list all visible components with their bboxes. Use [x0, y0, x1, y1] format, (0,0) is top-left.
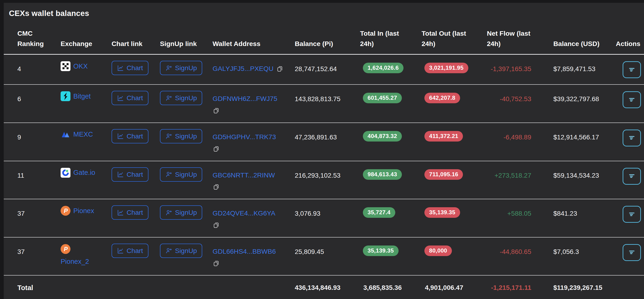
signup-link-button[interactable]: SignUp	[160, 129, 202, 143]
exchange-cell: P Pionex	[60, 206, 112, 216]
total-net-flow: -1,215,171.11	[487, 283, 550, 292]
chart-button-label: Chart	[126, 209, 143, 216]
person-plus-icon	[165, 64, 172, 72]
balance-pi-value: 143,828,813.75	[295, 94, 360, 103]
svg-text:P: P	[64, 246, 68, 252]
balance-usd-value: $39,322,797.68	[550, 94, 616, 103]
okx-logo-icon	[60, 61, 70, 71]
chart-icon	[117, 171, 124, 178]
chart-link-button[interactable]: Chart	[112, 244, 148, 258]
total-in-badge: 601,455.27	[363, 93, 402, 103]
exchange-cell: OKX	[60, 61, 112, 71]
cmc-ranking-value: 37	[18, 209, 60, 218]
exchange-link[interactable]: Pionex_2	[60, 258, 89, 266]
signup-link-button[interactable]: SignUp	[160, 91, 202, 105]
chart-button-label: Chart	[126, 171, 143, 178]
filter-icon	[628, 133, 636, 142]
exchange-link[interactable]: Gate.io	[73, 169, 95, 177]
actions-button[interactable]	[623, 61, 641, 78]
balance-usd-value: $7,859,471.53	[550, 64, 616, 73]
filter-icon	[628, 248, 636, 257]
total-in-badge: 35,727.4	[363, 207, 395, 218]
signup-button-label: SignUp	[175, 171, 197, 178]
copy-icon[interactable]	[212, 145, 295, 155]
filter-icon	[628, 65, 636, 74]
header-actions: Actions	[616, 38, 644, 49]
net-flow-value: +273,518.27	[487, 171, 550, 180]
signup-link-button[interactable]: SignUp	[160, 244, 202, 258]
copy-icon[interactable]	[276, 65, 283, 72]
table-row: 4 OKX Chart SignUp GALYJFJ5...PXEQU 28,7…	[4, 55, 644, 85]
chart-icon	[117, 133, 124, 140]
signup-link-button[interactable]: SignUp	[160, 205, 202, 220]
filter-icon	[628, 95, 636, 104]
header-total-in: Total In (last 24h)	[360, 28, 422, 49]
chart-link-button[interactable]: Chart	[112, 167, 148, 182]
exchange-cell: MEXC	[60, 130, 112, 139]
exchange-link[interactable]: Bitget	[73, 92, 91, 100]
chart-link-button[interactable]: Chart	[112, 205, 148, 220]
chart-link-button[interactable]: Chart	[112, 91, 148, 105]
wallet-address-link[interactable]: GD24QVE4...KG6YA	[212, 209, 275, 217]
header-balance-pi: Balance (Pi)	[295, 38, 360, 49]
person-plus-icon	[165, 247, 172, 254]
table-row: 6 Bitget Chart SignUp GDFNWH6Z...FWJ75 1…	[4, 85, 644, 123]
total-out-sum: 4,901,006.47	[422, 283, 487, 292]
table-header-row: CMC Ranking Exchange Chart link SignUp l…	[4, 28, 644, 55]
signup-link-button[interactable]: SignUp	[160, 61, 202, 75]
header-exchange: Exchange	[60, 38, 112, 49]
signup-button-label: SignUp	[175, 94, 197, 102]
chart-button-label: Chart	[126, 132, 143, 140]
balance-pi-value: 216,293,102.53	[295, 171, 360, 180]
total-in-badge: 35,139.35	[363, 246, 398, 256]
cmc-ranking-value: 9	[18, 133, 60, 142]
cmc-ranking-value: 4	[18, 64, 60, 73]
person-plus-icon	[165, 209, 172, 216]
signup-link-button[interactable]: SignUp	[160, 167, 202, 182]
chart-link-button[interactable]: Chart	[112, 129, 148, 143]
actions-button[interactable]	[623, 206, 641, 223]
wallet-address-cell: GD24QVE4...KG6YA	[212, 209, 295, 231]
balance-usd-value: $7,056.3	[550, 247, 616, 256]
actions-button[interactable]	[623, 244, 641, 261]
bitget-logo-icon	[60, 91, 70, 101]
balance-pi-value: 47,236,891.63	[295, 133, 360, 142]
wallet-address-link[interactable]: GDL66HS4...BBWB6	[212, 248, 276, 255]
actions-button[interactable]	[623, 168, 641, 185]
exchange-cell: Gate.io	[60, 168, 112, 178]
table-row: 9 MEXC Chart SignUp GD5HGPHV...TRK73 47,…	[4, 123, 644, 161]
header-signup-link: SignUp link	[160, 38, 212, 49]
header-cmc-ranking: CMC Ranking	[18, 28, 60, 49]
total-balance-pi: 436,134,846.93	[295, 283, 360, 292]
wallet-address-link[interactable]: GDFNWH6Z...FWJ75	[212, 95, 278, 102]
filter-icon	[628, 210, 636, 219]
actions-button[interactable]	[623, 130, 641, 146]
chart-button-label: Chart	[126, 94, 143, 102]
exchange-link[interactable]: OKX	[73, 62, 88, 70]
copy-icon[interactable]	[212, 183, 295, 193]
total-balance-usd: $119,239,267.15	[550, 283, 616, 292]
total-out-badge: 35,139.35	[424, 207, 460, 218]
exchange-link[interactable]: Pionex	[73, 207, 94, 215]
copy-icon[interactable]	[212, 260, 295, 269]
table-row: 11 Gate.io Chart SignUp GBC6NRTT...2RINW…	[4, 161, 644, 200]
net-flow-value: +588.05	[487, 209, 550, 218]
header-total-out: Total Out (last 24h)	[422, 28, 487, 49]
table-row: 37 P Pionex Chart SignUp GD24QVE4...KG6Y…	[4, 199, 644, 238]
chart-link-button[interactable]: Chart	[112, 61, 148, 75]
balance-pi-value: 3,076.93	[295, 209, 360, 218]
wallet-address-link[interactable]: GALYJFJ5...PXEQU	[212, 65, 274, 72]
wallet-address-link[interactable]: GD5HGPHV...TRK73	[212, 133, 276, 141]
page-title: CEXs wallet balances	[9, 9, 644, 18]
wallet-address-link[interactable]: GBC6NRTT...2RINW	[212, 171, 275, 179]
copy-icon[interactable]	[212, 222, 295, 231]
gateio-logo-icon	[60, 168, 70, 178]
copy-icon[interactable]	[212, 107, 295, 116]
total-label: Total	[18, 283, 60, 293]
person-plus-icon	[165, 95, 172, 102]
balance-usd-value: $12,914,566.17	[550, 133, 616, 142]
actions-button[interactable]	[623, 91, 641, 108]
svg-text:P: P	[64, 208, 68, 214]
net-flow-value: -44,860.65	[487, 247, 550, 256]
exchange-link[interactable]: MEXC	[73, 130, 93, 138]
